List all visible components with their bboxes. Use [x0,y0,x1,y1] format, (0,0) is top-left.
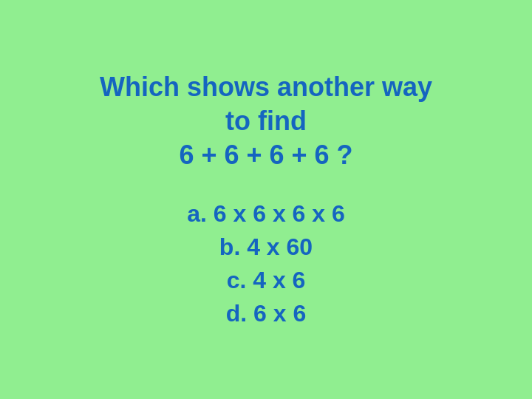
answers-block: a. 6 x 6 x 6 x 6 b. 4 x 60 c. 4 x 6 d. 6… [89,200,443,327]
answer-a[interactable]: a. 6 x 6 x 6 x 6 [187,200,345,228]
question-line3: 6 + 6 + 6 + 6 ? [89,140,443,171]
answer-d[interactable]: d. 6 x 6 [226,300,307,327]
answer-b[interactable]: b. 4 x 60 [219,233,313,261]
question-block: Which shows another way to find 6 + 6 + … [89,72,443,171]
main-card: Which shows another way to find 6 + 6 + … [44,42,488,357]
answer-c[interactable]: c. 4 x 6 [227,267,306,294]
question-line2: to find [89,106,443,137]
question-line1: Which shows another way [89,72,443,103]
